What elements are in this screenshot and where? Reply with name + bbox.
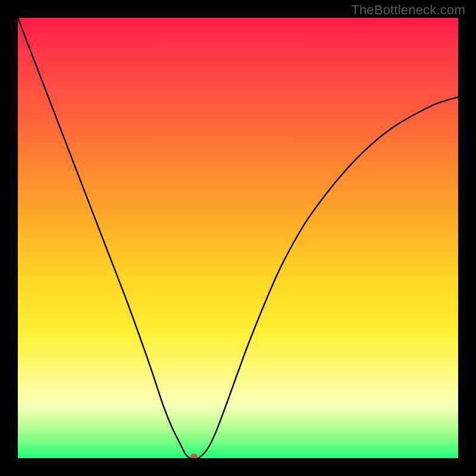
curve-svg [18,18,458,458]
plot-area [18,18,458,458]
watermark-text: TheBottleneck.com [351,2,465,18]
minimum-marker [190,454,198,459]
chart-frame: TheBottleneck.com [0,0,476,476]
bottleneck-curve [18,18,458,458]
